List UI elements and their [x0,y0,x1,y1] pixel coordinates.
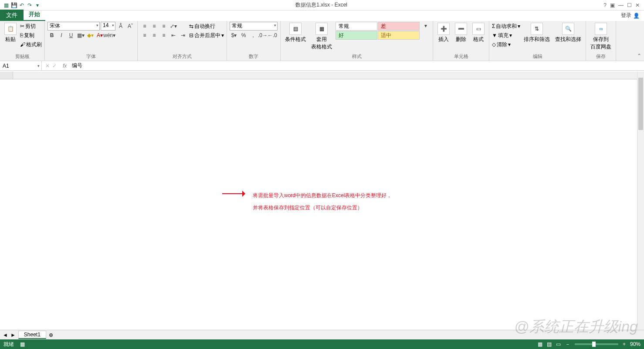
tab-开始[interactable]: 开始 [24,9,45,21]
percent-icon[interactable]: % [239,31,248,39]
align-middle-icon[interactable]: ≡ [150,22,159,30]
save-icon[interactable]: 💾 [10,2,17,9]
cells-group-label: 单元格 [436,53,486,61]
view-normal-icon[interactable]: ▦ [538,341,542,347]
style-bad[interactable]: 差 [378,22,420,31]
formula-input[interactable] [69,63,644,69]
bold-button[interactable]: B [47,31,56,39]
indent-increase-icon[interactable]: ⇥ [179,31,187,39]
redo-icon[interactable]: ↷ [26,2,33,9]
macro-record-icon[interactable]: ▦ [20,341,25,347]
font-name-select[interactable]: 宋体 [47,22,100,31]
table-format-button[interactable]: ▦套用 表格格式 [309,22,334,51]
sheet-nav-prev[interactable]: ◄ [3,332,8,338]
cut-button[interactable]: ✂ 剪切 [20,22,42,31]
copy-button[interactable]: ⎘ 复制 [20,31,42,40]
indent-decrease-icon[interactable]: ⇤ [169,31,178,39]
align-right-icon[interactable]: ≡ [159,31,168,39]
style-good[interactable]: 好 [336,31,377,40]
font-size-select[interactable]: 14 [101,22,115,31]
login-label: 登录 [621,12,631,19]
qat-dropdown-icon[interactable]: ▾ [34,2,41,9]
paste-button[interactable]: 📋 粘贴 [3,22,18,44]
view-layout-icon[interactable]: ▤ [547,341,552,347]
zoom-slider[interactable] [575,343,618,345]
insert-cells-button[interactable]: ➕插入 [436,22,451,44]
fill-button[interactable]: ▼ 填充 ▾ [492,31,520,40]
paste-label: 粘贴 [5,36,16,43]
comma-icon[interactable]: , [249,31,258,39]
cell-styles-gallery[interactable]: 常规 差 好 适中 [336,22,420,40]
sheet-tab-bar: ◄ ► Sheet1 ⊕ [0,330,644,339]
ribbon-options-icon[interactable]: ▣ [610,2,615,8]
decrease-decimal-icon[interactable]: ←.0 [268,31,277,39]
phonetic-button[interactable]: wén▾ [105,31,114,39]
align-top-icon[interactable]: ≡ [140,22,149,30]
zoom-out-button[interactable]: － [565,341,570,348]
fx-icon[interactable]: fx [60,63,69,69]
spreadsheet-grid[interactable]: 将需批量导入word中的信息数据在Excel表格中分类整理好， 并将表格保存到指… [0,72,644,339]
increase-decimal-icon[interactable]: .0→ [258,31,267,39]
login-link[interactable]: 登录 👤 [617,10,644,21]
delete-cells-button[interactable]: ➖删除 [453,22,469,44]
increase-font-icon[interactable]: Â [116,22,125,30]
autosum-button[interactable]: Σ 自动求和 ▾ [492,22,520,31]
add-sheet-icon[interactable]: ⊕ [49,332,53,338]
conditional-format-button[interactable]: ▤条件格式 [283,22,308,44]
zoom-in-button[interactable]: + [623,341,626,347]
decrease-font-icon[interactable]: Aˇ [126,22,135,30]
format-icon: ▭ [472,23,485,35]
currency-icon[interactable]: $▾ [230,31,238,39]
style-neutral[interactable]: 适中 [378,31,420,40]
align-bottom-icon[interactable]: ≡ [159,22,168,30]
sum-label: 自动求和 [496,23,517,30]
undo-icon[interactable]: ↶ [18,2,25,9]
sort-filter-button[interactable]: ⇅排序和筛选 [522,22,552,44]
font-group-label: 字体 [47,53,135,61]
collapse-ribbon-icon[interactable]: ⌃ [637,53,641,59]
wrap-label: 自动换行 [194,23,215,30]
format-cells-button[interactable]: ▭格式 [471,22,486,44]
group-styles: ▤条件格式 ▦套用 表格格式 常规 差 好 适中 ▾ 样式 [281,21,433,61]
close-icon[interactable]: ✕ [635,2,640,8]
minimize-icon[interactable]: — [618,2,624,8]
enter-formula-icon[interactable]: ✓ [52,63,57,69]
vertical-scrollbar[interactable] [637,72,644,330]
cancel-formula-icon[interactable]: ✕ [45,63,50,69]
delete-icon: ➖ [455,23,467,35]
merge-center-button[interactable]: ⊟ 合并后居中 ▾ [189,31,224,40]
font-color-button[interactable]: A▾ [95,31,104,39]
sort-label: 排序和筛选 [524,36,550,43]
tab-file[interactable]: 文件 [0,10,24,21]
paste-icon: 📋 [4,23,17,35]
baidu-icon: ∞ [595,23,607,35]
italic-button[interactable]: I [57,31,66,39]
scrollbar-thumb[interactable] [638,78,643,130]
sheet-tab[interactable]: Sheet1 [18,331,46,339]
align-center-icon[interactable]: ≡ [150,31,159,39]
table-format-icon: ▦ [315,23,328,35]
fill-label: 填充 [498,32,508,39]
zoom-level[interactable]: 90% [630,341,641,347]
fill-color-button[interactable]: ◆▾ [86,31,95,39]
name-box[interactable]: A1 [0,61,42,70]
view-pagebreak-icon[interactable]: ▭ [556,341,561,347]
format-painter-button[interactable]: 🖌 格式刷 [20,40,42,49]
maximize-icon[interactable]: ☐ [627,2,632,8]
wrap-text-button[interactable]: ⇆ 自动换行 [189,22,224,31]
border-button[interactable]: ▦▾ [76,31,85,39]
styles-more-icon[interactable]: ▾ [421,22,430,30]
cut-label: 剪切 [25,23,36,30]
save-baidu-button[interactable]: ∞保存到 百度网盘 [589,22,613,51]
underline-button[interactable]: U [67,31,75,39]
sort-icon: ⇅ [531,23,543,35]
help-icon[interactable]: ? [603,2,607,8]
find-select-button[interactable]: 🔍查找和选择 [553,22,583,44]
orientation-icon[interactable]: ⤢▾ [169,22,178,30]
number-format-select[interactable]: 常规 [230,22,278,31]
clear-button[interactable]: ◇ 清除 ▾ [492,40,520,49]
style-normal[interactable]: 常规 [336,22,377,31]
select-all-corner[interactable] [0,72,13,79]
align-left-icon[interactable]: ≡ [140,31,149,39]
sheet-nav-next[interactable]: ► [10,332,16,338]
